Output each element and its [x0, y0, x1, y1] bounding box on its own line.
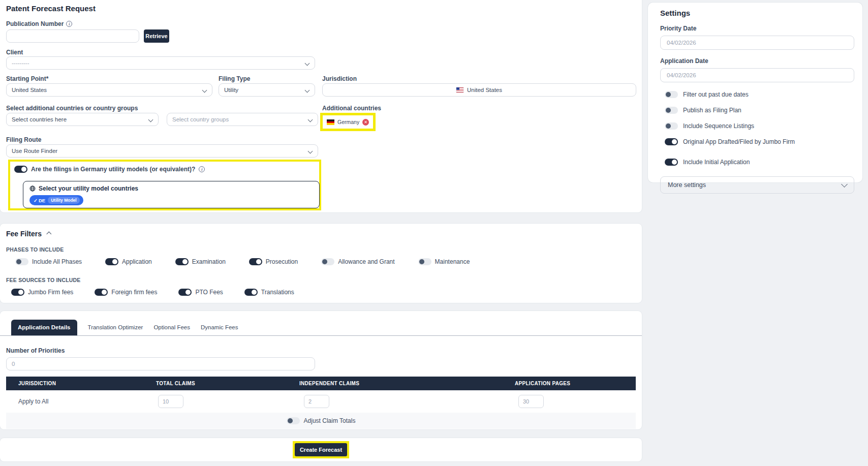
additional-countries-highlight: Germany — [320, 113, 376, 131]
starting-point-value: United States — [12, 87, 47, 93]
priority-date-input[interactable] — [660, 36, 854, 50]
jurisdiction-value: United States — [467, 87, 502, 93]
independent-claims-input[interactable] — [304, 395, 329, 408]
utility-models-toggle-row: Are the filings in Germany utility model… — [14, 166, 205, 173]
include-all-phases-toggle[interactable] — [15, 258, 28, 265]
sources-toggle-row: Jumbo Firm fees Foreign firm fees PTO Fe… — [6, 289, 636, 296]
claims-table: JURISDICTION TOTAL CLAIMS INDEPENDENT CL… — [6, 377, 636, 429]
tab-application-details[interactable]: Application Details — [11, 320, 77, 335]
adjust-claim-totals-toggle[interactable] — [287, 417, 300, 424]
starting-point-select[interactable]: United States — [6, 83, 212, 97]
toggle-foreign-firm-fees: Foreign firm fees — [95, 289, 157, 296]
application-toggle[interactable] — [105, 258, 118, 265]
application-pages-input[interactable] — [518, 395, 544, 408]
toggle-allowance-grant: Allowance and Grant — [321, 258, 394, 265]
tab-optional-fees[interactable]: Optional Fees — [153, 324, 190, 335]
toggle-pto-fees: PTO Fees — [178, 289, 223, 296]
fee-filters-header: Fee Filters — [6, 230, 636, 238]
col-independent-claims: INDEPENDENT CLAIMS — [298, 377, 512, 390]
fee-filters-card: Fee Filters PHASES TO INCLUDE Include Al… — [0, 224, 642, 303]
filing-type-select[interactable]: Utility — [219, 83, 315, 97]
priority-date-label: Priority Date — [660, 25, 854, 32]
tab-dynamic-fees[interactable]: Dynamic Fees — [201, 324, 238, 335]
info-icon[interactable] — [199, 166, 205, 172]
toggle-examination: Examination — [175, 258, 226, 265]
col-total-claims: TOTAL CLAIMS — [150, 377, 298, 390]
chevron-down-icon — [841, 181, 848, 188]
settings-panel: Settings Priority Date Application Date … — [648, 3, 862, 182]
jumbo-firm-fees-toggle[interactable] — [11, 289, 24, 296]
prosecution-toggle[interactable] — [249, 258, 262, 265]
toggle-prosecution: Prosecution — [249, 258, 298, 265]
tab-bar: Application Details Translation Optimize… — [0, 311, 642, 336]
utility-model-chip-de[interactable]: ✓DE Utility Model — [29, 195, 83, 205]
number-of-priorities-input[interactable] — [6, 357, 315, 370]
adjust-claim-totals-label: Adjust Claim Totals — [304, 417, 356, 424]
total-claims-input[interactable] — [158, 395, 183, 408]
additional-countries-label: Additional countries — [322, 105, 381, 112]
chevron-down-icon — [148, 117, 153, 122]
create-forecast-button[interactable]: Create Forecast — [295, 443, 347, 456]
publication-number-label: Publication Number — [6, 20, 72, 27]
translations-toggle[interactable] — [244, 289, 258, 296]
tab-translation-optimizer[interactable]: Translation Optimizer — [88, 324, 143, 335]
select-countries-dropdown[interactable]: Select countries here — [6, 113, 159, 126]
maintenance-toggle[interactable] — [418, 258, 431, 265]
allowance-grant-toggle[interactable] — [321, 258, 334, 265]
foreign-firm-fees-toggle[interactable] — [95, 289, 108, 296]
page-title: Patent Forecast Request — [6, 4, 96, 13]
toggle-jumbo-firm-fees: Jumbo Firm fees — [11, 289, 73, 296]
select-country-groups-dropdown[interactable]: Select country groups — [167, 113, 318, 126]
remove-country-icon[interactable] — [362, 119, 369, 126]
filter-past-due-toggle[interactable] — [665, 91, 678, 98]
more-settings-button[interactable]: More settings — [660, 176, 854, 194]
select-countries-placeholder: Select countries here — [12, 116, 67, 122]
utility-models-toggle[interactable] — [14, 166, 27, 173]
country-chip-germany[interactable]: Germany — [323, 115, 373, 129]
starting-point-label: Starting Point* — [6, 75, 48, 82]
page: Patent Forecast Request Publication Numb… — [0, 0, 868, 466]
toggle-include-initial-application: Include Initial Application — [665, 159, 854, 166]
table-row-apply-to-all: Apply to All — [6, 390, 636, 413]
germany-flag-icon — [327, 119, 334, 125]
retrieve-button[interactable]: Retrieve — [144, 29, 169, 43]
chevron-up-icon[interactable] — [46, 231, 51, 236]
jurisdiction-label: Jurisdiction — [322, 75, 357, 82]
chevron-down-icon — [305, 88, 310, 93]
filing-route-select[interactable]: Use Route Finder — [6, 144, 318, 158]
number-of-priorities-label: Number of Priorities — [6, 347, 642, 354]
info-icon[interactable] — [66, 21, 72, 27]
utility-models-toggle-label: Are the filings in Germany utility model… — [31, 166, 195, 173]
toggle-include-sequence-listings: Include Sequence Listings — [665, 122, 854, 130]
pto-fees-toggle[interactable] — [178, 289, 192, 296]
utility-model-countries-box: Select your utility model countries ✓DE … — [23, 181, 320, 208]
patent-forecast-form-card: Patent Forecast Request Publication Numb… — [0, 0, 642, 212]
apply-to-all-label: Apply to All — [6, 390, 150, 413]
include-initial-application-toggle[interactable] — [665, 159, 678, 166]
toggle-filter-past-due: Filter out past due dates — [665, 91, 854, 98]
jurisdiction-field[interactable]: United States — [322, 83, 636, 97]
footer-card: Create Forecast — [0, 438, 642, 461]
chevron-down-icon — [305, 61, 310, 66]
application-date-input[interactable] — [660, 68, 854, 82]
publication-number-input[interactable] — [6, 29, 139, 43]
application-date-label: Application Date — [660, 57, 854, 65]
chevron-down-icon — [308, 117, 313, 122]
client-label: Client — [6, 49, 23, 56]
include-sequence-listings-toggle[interactable] — [665, 122, 678, 130]
examination-toggle[interactable] — [175, 258, 189, 265]
us-flag-icon — [456, 87, 463, 92]
more-settings-label: More settings — [668, 181, 706, 189]
client-select[interactable]: --------- — [6, 56, 315, 70]
application-details-card: Application Details Translation Optimize… — [0, 311, 642, 429]
utility-models-highlight: Are the filings in Germany utility model… — [8, 160, 321, 210]
filing-route-label: Filing Route — [6, 136, 41, 143]
publish-filing-plan-toggle[interactable] — [665, 107, 678, 114]
phases-label: PHASES TO INCLUDE — [6, 246, 636, 253]
toggle-application: Application — [105, 258, 152, 265]
chevron-down-icon — [202, 88, 207, 93]
sources-label: FEE SOURCES TO INCLUDE — [6, 277, 636, 283]
original-app-jumbo-toggle[interactable] — [665, 138, 678, 145]
fee-filters-title: Fee Filters — [6, 230, 42, 238]
select-country-groups-placeholder: Select country groups — [172, 116, 229, 122]
